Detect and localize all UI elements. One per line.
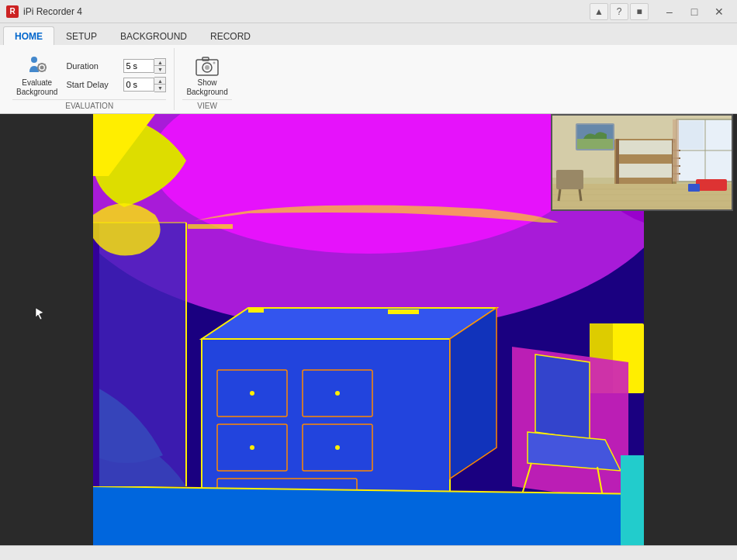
duration-input[interactable] [123, 59, 154, 73]
evaluate-background-icon [25, 54, 50, 78]
svg-rect-38 [577, 139, 613, 149]
show-background-label: Show Background [186, 78, 227, 97]
show-background-btn[interactable]: Show Background [182, 51, 231, 99]
help-btn[interactable]: ? [610, 3, 628, 20]
tab-background[interactable]: BACKGROUND [109, 26, 199, 45]
svg-rect-42 [616, 139, 619, 187]
tab-record[interactable]: RECORD [199, 26, 262, 45]
svg-point-7 [213, 62, 216, 64]
status-bar [0, 545, 737, 560]
duration-arrows: ▲ ▼ [154, 58, 166, 74]
svg-rect-49 [673, 119, 679, 181]
svg-rect-41 [616, 140, 675, 154]
svg-rect-58 [696, 179, 727, 191]
svg-point-5 [205, 65, 209, 70]
start-delay-arrows: ▲ ▼ [154, 77, 166, 92]
app-icon: R [6, 5, 19, 18]
duration-spinner: ▲ ▼ [123, 58, 166, 74]
ribbon-group-view: Show Background VIEW [175, 48, 239, 110]
room-thumbnail [552, 116, 733, 211]
view-group-content: Show Background [182, 48, 231, 99]
close-btn[interactable]: ✕ [708, 4, 731, 19]
svg-point-23 [250, 445, 254, 450]
title-bar: R iPi Recorder 4 ▲ ? ■ – □ ✕ [0, 0, 737, 23]
svg-rect-6 [202, 57, 209, 60]
start-delay-down-btn[interactable]: ▼ [154, 85, 165, 92]
ribbon: HOME SETUP BACKGROUND RECORD [0, 23, 737, 114]
thumbnail-overlay [551, 114, 733, 211]
mouse-cursor [34, 306, 45, 317]
maximize-btn[interactable]: □ [683, 4, 706, 19]
duration-label: Duration [66, 61, 120, 71]
ribbon-fields: Duration ▲ ▼ Start Delay [66, 55, 166, 95]
svg-point-21 [250, 391, 254, 396]
svg-point-24 [335, 445, 340, 450]
svg-rect-59 [688, 184, 700, 192]
svg-rect-27 [93, 223, 99, 486]
title-bar-left: R iPi Recorder 4 [6, 5, 82, 18]
start-delay-input[interactable] [123, 78, 154, 92]
start-delay-up-btn[interactable]: ▲ [154, 78, 165, 85]
start-delay-row: Start Delay ▲ ▼ [66, 77, 166, 92]
evaluate-background-btn[interactable]: Evaluate Background [12, 51, 61, 99]
svg-rect-40 [616, 164, 675, 178]
svg-rect-55 [556, 170, 583, 189]
svg-point-0 [31, 57, 37, 63]
svg-rect-35 [706, 121, 733, 149]
ribbon-content: Evaluate Background Duration ▲ ▼ [0, 45, 737, 113]
app-title: iPi Recorder 4 [23, 6, 82, 17]
view-group-label: VIEW [182, 99, 231, 110]
svg-point-22 [335, 391, 340, 396]
duration-down-btn[interactable]: ▼ [154, 66, 165, 73]
minimize-btn[interactable]: – [658, 4, 681, 19]
tab-setup[interactable]: SETUP [54, 26, 109, 45]
evaluation-group-label: EVALUATION [12, 99, 166, 110]
evaluate-background-label: Evaluate Background [16, 78, 57, 97]
tab-bar: HOME SETUP BACKGROUND RECORD [0, 23, 737, 45]
window-controls: – □ ✕ [658, 4, 731, 19]
start-delay-spinner: ▲ ▼ [123, 77, 166, 92]
svg-point-2 [40, 66, 43, 70]
settings-icon-btn[interactable]: ■ [630, 3, 649, 20]
duration-row: Duration ▲ ▼ [66, 58, 166, 74]
duration-up-btn[interactable]: ▲ [154, 59, 165, 66]
ribbon-group-evaluation: Evaluate Background Duration ▲ ▼ [5, 48, 175, 110]
help-icons: ▲ ? ■ [590, 3, 649, 20]
svg-line-56 [559, 189, 560, 201]
start-delay-label: Start Delay [66, 80, 120, 89]
main-content [0, 114, 737, 560]
svg-rect-34 [678, 121, 704, 149]
svg-line-57 [580, 189, 581, 201]
evaluation-group-content: Evaluate Background Duration ▲ ▼ [12, 48, 166, 99]
tab-home[interactable]: HOME [3, 26, 54, 45]
show-background-icon [195, 54, 220, 78]
nav-back-btn[interactable]: ▲ [590, 3, 608, 20]
